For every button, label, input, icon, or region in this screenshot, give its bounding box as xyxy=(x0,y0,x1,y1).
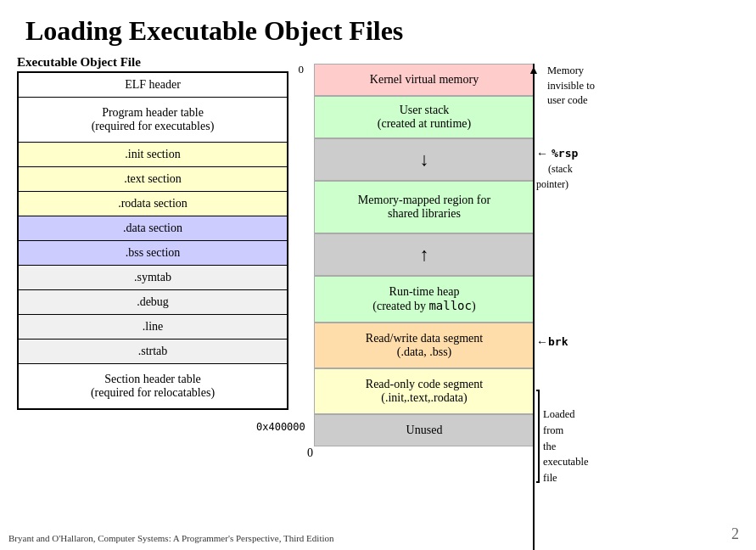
eof-table: ELF header Program header table(required… xyxy=(17,71,288,410)
ann-memory-invisible: Memoryinvisible touser code xyxy=(547,64,595,109)
page-title: Loading Executable Object Files xyxy=(0,0,756,55)
memory-column: Kernel virtual memory User stack(created… xyxy=(314,64,535,460)
mem-block-heap: Run-time heap(created by malloc) xyxy=(314,276,535,323)
mem-block-data-seg: Read/write data segment(.data, .bss) xyxy=(314,323,535,368)
table-row: .init section xyxy=(19,143,287,167)
left-panel: Executable Object File 0 ELF header Prog… xyxy=(17,55,288,460)
ann-rsp-arrow: ← %rsp (stackpointer) xyxy=(536,145,578,191)
addr-zero: 0 xyxy=(307,446,313,460)
mem-block-unused: Unused xyxy=(314,414,535,446)
arrow-top: ▲ xyxy=(528,64,540,77)
table-row: .bss section xyxy=(19,241,287,266)
zero-label-top: 0 xyxy=(299,63,305,76)
zero-label-container: 0 xyxy=(314,446,535,460)
table-row: Section header table(required for reloca… xyxy=(19,364,287,408)
mem-block-mmap: Memory-mapped region forshared libraries xyxy=(314,181,535,233)
mem-block-gap1: ↓ xyxy=(314,138,535,181)
mem-block-kernel: Kernel virtual memory xyxy=(314,64,535,96)
table-row: Program header table(required for execut… xyxy=(19,98,287,143)
mem-block-gap2: ↑ xyxy=(314,233,535,276)
ann-brk-arrow: ←brk xyxy=(536,334,568,349)
mem-block-user-stack: User stack(created at runtime) xyxy=(314,96,535,138)
table-row: .symtab xyxy=(19,266,287,290)
table-row: .strtab xyxy=(19,340,287,364)
footer-citation: Bryant and O'Hallaron, Computer Systems:… xyxy=(8,533,334,543)
table-row: .text section xyxy=(19,167,287,192)
addr-0x400000: 0x400000 xyxy=(256,421,305,433)
table-row: ELF header xyxy=(19,73,287,98)
right-panel: ▲ Kernel virtual memory User stack(creat… xyxy=(314,64,739,460)
table-row: .rodata section xyxy=(19,192,287,216)
table-row: .debug xyxy=(19,290,287,315)
table-row: .line xyxy=(19,315,287,340)
mem-block-code-seg: Read-only code segment(.init,.text,.roda… xyxy=(314,368,535,414)
eof-label: Executable Object File xyxy=(17,55,288,70)
table-row: .data section xyxy=(19,216,287,241)
page-number: 2 xyxy=(731,525,739,543)
memory-arrow-line xyxy=(533,64,535,550)
